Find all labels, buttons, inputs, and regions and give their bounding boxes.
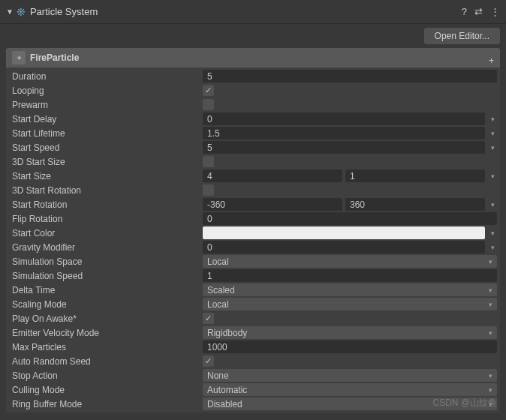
ring-buffer-mode-row: Ring Buffer Mode Disabled: [6, 397, 500, 411]
culling-mode-dropdown[interactable]: Automatic: [203, 383, 497, 396]
play-on-awake-label: Play On Awake*: [9, 314, 203, 324]
simulation-space-dropdown[interactable]: Local: [203, 255, 497, 268]
play-on-awake-checkbox[interactable]: [203, 313, 214, 324]
start-lifetime-label: Start Lifetime: [9, 128, 203, 139]
3d-start-size-row: 3D Start Size: [6, 154, 500, 169]
emitter-velocity-mode-row: Emitter Velocity Mode Rigidbody: [6, 326, 500, 340]
scaling-mode-row: Scaling Mode Local: [6, 297, 500, 311]
flip-rotation-label: Flip Rotation: [9, 214, 203, 224]
collapse-icon[interactable]: ▼: [6, 8, 14, 16]
start-lifetime-dropdown-icon[interactable]: ▾: [488, 130, 497, 137]
flip-rotation-row: Flip Rotation: [6, 212, 500, 226]
delta-time-row: Delta Time Scaled: [6, 283, 500, 297]
start-lifetime-row: Start Lifetime ▾: [6, 126, 500, 140]
ring-buffer-mode-dropdown[interactable]: Disabled: [203, 398, 497, 410]
start-rotation-label: Start Rotation: [9, 200, 203, 210]
duration-label: Duration: [9, 71, 203, 82]
start-size-min-field[interactable]: [203, 170, 342, 182]
3d-start-rotation-checkbox[interactable]: [203, 184, 214, 196]
duration-field[interactable]: [203, 70, 497, 82]
simulation-space-label: Simulation Space: [9, 256, 203, 267]
delta-time-label: Delta Time: [9, 285, 203, 296]
flip-rotation-field[interactable]: [203, 212, 497, 225]
3d-start-size-label: 3D Start Size: [9, 157, 203, 167]
delta-time-dropdown[interactable]: Scaled: [203, 284, 497, 296]
start-color-field[interactable]: [203, 226, 485, 239]
looping-row: Looping: [6, 83, 500, 98]
start-size-label: Start Size: [9, 171, 203, 182]
simulation-speed-field[interactable]: [203, 269, 497, 282]
culling-mode-row: Culling Mode Automatic: [6, 382, 500, 397]
gravity-modifier-row: Gravity Modifier ▾: [6, 240, 500, 254]
start-color-label: Start Color: [9, 228, 203, 238]
emitter-velocity-mode-dropdown[interactable]: Rigidbody: [203, 326, 497, 339]
duration-row: Duration: [6, 69, 500, 83]
looping-checkbox[interactable]: [203, 85, 214, 96]
start-color-dropdown-icon[interactable]: ▾: [488, 230, 497, 237]
max-particles-row: Max Particles: [6, 340, 500, 354]
start-rotation-min-field[interactable]: [203, 198, 342, 211]
start-delay-label: Start Delay: [9, 114, 203, 124]
help-icon[interactable]: ?: [462, 6, 467, 17]
start-lifetime-field[interactable]: [203, 127, 485, 140]
inspector-header: ▼ ❊ Particle System ? ⇄ ⋮: [0, 0, 506, 24]
start-delay-field[interactable]: [203, 112, 485, 125]
module-name: FireParticle: [30, 52, 79, 63]
scaling-mode-dropdown[interactable]: Local: [203, 298, 497, 310]
start-size-row: Start Size ▾: [6, 169, 500, 183]
simulation-speed-label: Simulation Speed: [9, 271, 203, 281]
3d-start-rotation-label: 3D Start Rotation: [9, 185, 203, 196]
stop-action-row: Stop Action None: [6, 368, 500, 382]
module-header[interactable]: FireParticle +: [6, 48, 500, 68]
particle-system-icon: ❊: [17, 6, 26, 18]
start-size-max-field[interactable]: [345, 170, 485, 182]
emitter-velocity-mode-label: Emitter Velocity Mode: [9, 328, 203, 338]
menu-icon[interactable]: ⋮: [490, 6, 500, 17]
gravity-modifier-dropdown-icon[interactable]: ▾: [488, 244, 497, 251]
looping-label: Looping: [9, 86, 203, 96]
open-editor-row: Open Editor...: [0, 24, 506, 48]
prewarm-checkbox[interactable]: [203, 99, 214, 110]
start-size-dropdown-icon[interactable]: ▾: [488, 172, 497, 180]
header-actions: ? ⇄ ⋮: [462, 6, 500, 17]
culling-mode-label: Culling Mode: [9, 385, 203, 395]
max-particles-field[interactable]: [203, 340, 497, 353]
stop-action-dropdown[interactable]: None: [203, 369, 497, 382]
auto-random-seed-label: Auto Random Seed: [9, 356, 203, 367]
prewarm-row: Prewarm: [6, 98, 500, 112]
start-rotation-max-field[interactable]: [345, 198, 485, 211]
start-delay-dropdown-icon[interactable]: ▾: [488, 116, 497, 123]
3d-start-size-checkbox[interactable]: [203, 156, 214, 167]
start-speed-field[interactable]: [203, 141, 485, 154]
start-speed-row: Start Speed ▾: [6, 140, 500, 154]
preset-icon[interactable]: ⇄: [474, 6, 483, 17]
3d-start-rotation-row: 3D Start Rotation: [6, 183, 500, 197]
gravity-modifier-field[interactable]: [203, 241, 485, 254]
scaling-mode-label: Scaling Mode: [9, 299, 203, 310]
max-particles-label: Max Particles: [9, 342, 203, 352]
gravity-modifier-label: Gravity Modifier: [9, 242, 203, 253]
add-icon[interactable]: +: [489, 56, 494, 66]
start-rotation-dropdown-icon[interactable]: ▾: [488, 201, 497, 208]
play-on-awake-row: Play On Awake*: [6, 311, 500, 326]
start-speed-label: Start Speed: [9, 142, 203, 153]
start-delay-row: Start Delay ▾: [6, 112, 500, 126]
module-icon: [12, 51, 26, 64]
start-speed-dropdown-icon[interactable]: ▾: [488, 144, 497, 152]
auto-random-seed-row: Auto Random Seed: [6, 354, 500, 368]
auto-random-seed-checkbox[interactable]: [203, 356, 214, 367]
start-rotation-row: Start Rotation ▾: [6, 197, 500, 212]
simulation-speed-row: Simulation Speed: [6, 268, 500, 283]
open-editor-button[interactable]: Open Editor...: [424, 28, 500, 44]
start-color-row: Start Color ▾: [6, 226, 500, 240]
prewarm-label: Prewarm: [9, 100, 203, 110]
simulation-space-row: Simulation Space Local: [6, 254, 500, 268]
ring-buffer-mode-label: Ring Buffer Mode: [9, 399, 203, 410]
properties-panel: Duration Looping Prewarm Start Delay ▾ S…: [6, 68, 500, 412]
stop-action-label: Stop Action: [9, 370, 203, 381]
component-title: Particle System: [30, 6, 462, 17]
